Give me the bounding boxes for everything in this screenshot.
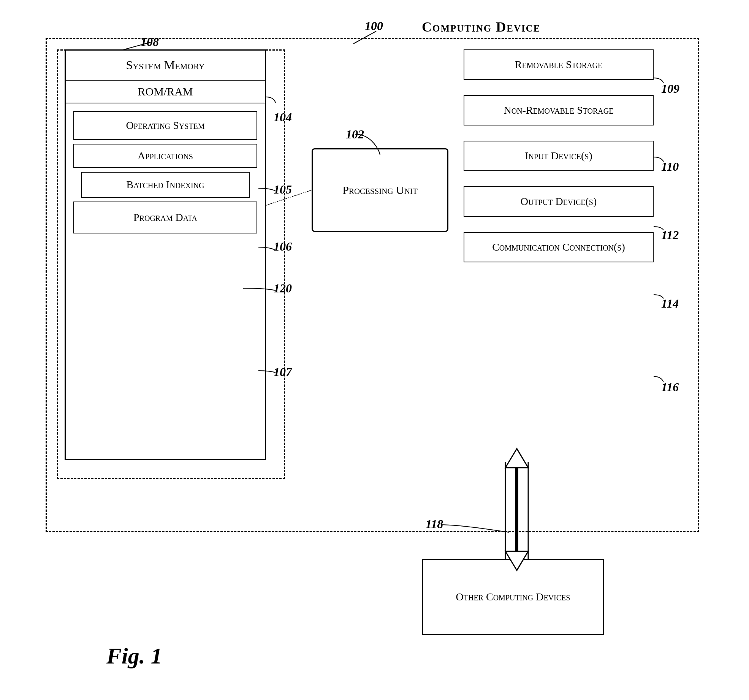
- non-removable-storage-box: Non-Removable Storage: [464, 95, 654, 125]
- ref-102: 102: [346, 127, 364, 141]
- input-devices-box: Input Device(s): [464, 141, 654, 171]
- program-data-box: Program Data: [73, 202, 257, 233]
- ref-116: 116: [661, 380, 679, 394]
- system-memory-box: System Memory ROM/RAM Operating System A…: [65, 49, 266, 460]
- system-memory-title: System Memory: [66, 51, 265, 81]
- ref-107: 107: [274, 365, 292, 379]
- processing-unit-box: Processing Unit: [312, 148, 448, 232]
- fig-label: Fig. 1: [106, 643, 162, 669]
- ref-105: 105: [274, 183, 292, 197]
- ref-104: 104: [274, 110, 292, 124]
- computing-device-label: Computing Device: [422, 19, 540, 35]
- communication-box: Communication Connection(s): [464, 232, 654, 262]
- applications-box: Applications: [73, 144, 257, 168]
- diagram: Computing Device 100 108 System Memory R…: [23, 15, 730, 681]
- ref-110: 110: [661, 160, 679, 174]
- ref-112: 112: [661, 228, 679, 242]
- ref-114: 114: [661, 297, 679, 311]
- ref-106: 106: [274, 240, 292, 254]
- output-devices-box: Output Device(s): [464, 186, 654, 217]
- ref-108: 108: [141, 35, 159, 49]
- ref-118: 118: [426, 517, 443, 531]
- ref-100: 100: [365, 19, 383, 33]
- os-box: Operating System: [73, 111, 257, 140]
- batched-indexing-box: Batched Indexing: [81, 172, 250, 198]
- removable-storage-box: Removable Storage: [464, 49, 654, 80]
- right-column: Removable Storage Non-Removable Storage …: [464, 49, 654, 278]
- ref-109: 109: [661, 82, 679, 96]
- rom-ram-label: ROM/RAM: [66, 81, 265, 103]
- ref-120: 120: [274, 281, 292, 295]
- other-devices-box: Other Computing Devices: [422, 559, 604, 635]
